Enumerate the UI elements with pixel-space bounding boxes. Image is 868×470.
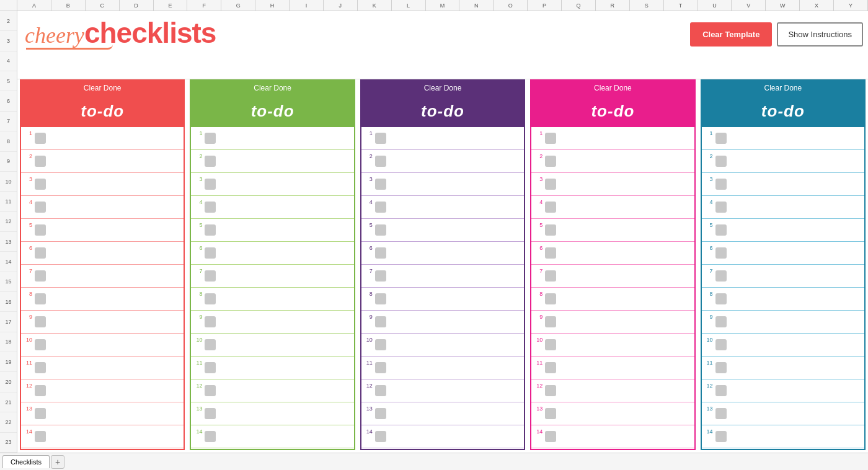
row-num-15: 15	[0, 272, 17, 292]
item-checkbox-pink-6[interactable]	[545, 247, 556, 259]
item-checkbox-red-11[interactable]	[35, 362, 46, 373]
item-checkbox-green-4[interactable]	[205, 202, 216, 213]
item-checkbox-teal-1[interactable]	[715, 133, 727, 144]
item-checkbox-purple-11[interactable]	[375, 362, 386, 373]
item-checkbox-pink-8[interactable]	[545, 293, 556, 304]
item-checkbox-green-3[interactable]	[205, 179, 216, 190]
item-checkbox-teal-10[interactable]	[715, 339, 727, 350]
item-checkbox-red-10[interactable]	[35, 339, 46, 350]
col-header-L: L	[392, 0, 426, 11]
col-header-V: V	[732, 0, 766, 11]
item-checkbox-purple-13[interactable]	[375, 408, 386, 419]
todo-item-pink-14: 14	[531, 425, 694, 448]
row-num-23: 23	[0, 433, 17, 453]
item-checkbox-teal-12[interactable]	[715, 385, 727, 396]
item-checkbox-teal-14[interactable]	[715, 431, 727, 442]
item-checkbox-red-14[interactable]	[35, 431, 46, 442]
item-checkbox-green-14[interactable]	[205, 431, 216, 442]
item-checkbox-green-7[interactable]	[205, 270, 216, 282]
clear-done-button-red[interactable]: Clear Done	[21, 81, 184, 95]
item-checkbox-green-2[interactable]	[205, 156, 216, 167]
item-checkbox-pink-9[interactable]	[545, 316, 556, 327]
clear-done-button-pink[interactable]: Clear Done	[531, 81, 694, 95]
item-checkbox-red-7[interactable]	[35, 270, 46, 282]
item-checkbox-green-5[interactable]	[205, 224, 216, 236]
item-checkbox-green-13[interactable]	[205, 408, 216, 419]
todo-item-red-10: 10	[21, 334, 184, 357]
item-checkbox-purple-8[interactable]	[375, 293, 386, 304]
item-checkbox-teal-8[interactable]	[715, 293, 727, 304]
item-checkbox-pink-2[interactable]	[545, 156, 556, 167]
todo-item-teal-13: 13	[702, 402, 864, 425]
item-checkbox-purple-12[interactable]	[375, 385, 386, 396]
item-num-purple-12: 12	[365, 382, 373, 389]
item-checkbox-teal-7[interactable]	[715, 270, 727, 282]
item-checkbox-pink-14[interactable]	[545, 431, 556, 442]
item-checkbox-pink-3[interactable]	[545, 179, 556, 190]
item-checkbox-red-6[interactable]	[35, 247, 46, 259]
clear-done-button-green[interactable]: Clear Done	[191, 81, 353, 95]
item-checkbox-red-9[interactable]	[35, 316, 46, 327]
row-num-21: 21	[0, 392, 17, 412]
item-checkbox-green-9[interactable]	[205, 316, 216, 327]
item-num-teal-2: 2	[706, 153, 713, 159]
item-checkbox-purple-1[interactable]	[375, 133, 386, 144]
item-num-red-9: 9	[25, 313, 32, 320]
item-checkbox-purple-2[interactable]	[375, 156, 386, 167]
item-checkbox-red-12[interactable]	[35, 385, 46, 396]
item-checkbox-purple-14[interactable]	[375, 431, 386, 442]
item-checkbox-red-1[interactable]	[35, 133, 46, 144]
item-checkbox-pink-11[interactable]	[545, 362, 556, 373]
item-checkbox-red-8[interactable]	[35, 293, 46, 304]
add-sheet-button[interactable]: +	[51, 455, 64, 469]
item-checkbox-teal-6[interactable]	[715, 247, 727, 259]
item-num-teal-9: 9	[706, 313, 713, 320]
item-checkbox-pink-13[interactable]	[545, 408, 556, 419]
item-checkbox-red-3[interactable]	[35, 179, 46, 190]
item-checkbox-teal-3[interactable]	[715, 179, 727, 190]
item-num-red-1: 1	[25, 130, 32, 136]
item-checkbox-green-1[interactable]	[205, 133, 216, 144]
item-checkbox-purple-4[interactable]	[375, 202, 386, 213]
item-checkbox-green-12[interactable]	[205, 385, 216, 396]
item-checkbox-purple-9[interactable]	[375, 316, 386, 327]
item-checkbox-pink-12[interactable]	[545, 385, 556, 396]
item-checkbox-pink-1[interactable]	[545, 133, 556, 144]
item-checkbox-teal-2[interactable]	[715, 156, 727, 167]
item-checkbox-teal-11[interactable]	[715, 362, 727, 373]
item-checkbox-pink-7[interactable]	[545, 270, 556, 282]
item-checkbox-green-11[interactable]	[205, 362, 216, 373]
item-checkbox-teal-5[interactable]	[715, 224, 727, 236]
tab-checklists[interactable]: Checklists	[2, 455, 50, 468]
item-checkbox-teal-9[interactable]	[715, 316, 727, 327]
col-header-G: G	[221, 0, 255, 11]
item-checkbox-red-13[interactable]	[35, 408, 46, 419]
todo-item-teal-15: 15	[702, 448, 864, 449]
item-checkbox-red-5[interactable]	[35, 224, 46, 236]
clear-template-button[interactable]: Clear Template	[690, 22, 772, 47]
item-checkbox-teal-4[interactable]	[715, 202, 727, 213]
todo-item-purple-10: 10	[361, 334, 524, 357]
show-instructions-button[interactable]: Show Instructions	[777, 22, 863, 47]
item-num-green-10: 10	[195, 336, 202, 343]
item-checkbox-teal-13[interactable]	[715, 408, 727, 419]
item-checkbox-green-6[interactable]	[205, 247, 216, 259]
item-checkbox-red-2[interactable]	[35, 156, 46, 167]
todo-item-green-2: 2	[191, 150, 353, 173]
clear-done-button-teal[interactable]: Clear Done	[702, 81, 864, 95]
item-checkbox-green-10[interactable]	[205, 339, 216, 350]
item-checkbox-purple-10[interactable]	[375, 339, 386, 350]
item-checkbox-green-8[interactable]	[205, 293, 216, 304]
item-checkbox-purple-7[interactable]	[375, 270, 386, 282]
item-checkbox-purple-3[interactable]	[375, 179, 386, 190]
item-checkbox-red-4[interactable]	[35, 202, 46, 213]
item-checkbox-pink-5[interactable]	[545, 224, 556, 236]
checklist-green: Clear Doneto-do123456789101112131415	[190, 79, 355, 450]
clear-done-button-purple[interactable]: Clear Done	[361, 81, 524, 95]
item-checkbox-pink-10[interactable]	[545, 339, 556, 350]
item-num-pink-13: 13	[535, 405, 542, 412]
item-checkbox-pink-4[interactable]	[545, 202, 556, 213]
item-checkbox-purple-5[interactable]	[375, 224, 386, 236]
todo-item-red-6: 6	[21, 242, 184, 265]
item-checkbox-purple-6[interactable]	[375, 247, 386, 259]
